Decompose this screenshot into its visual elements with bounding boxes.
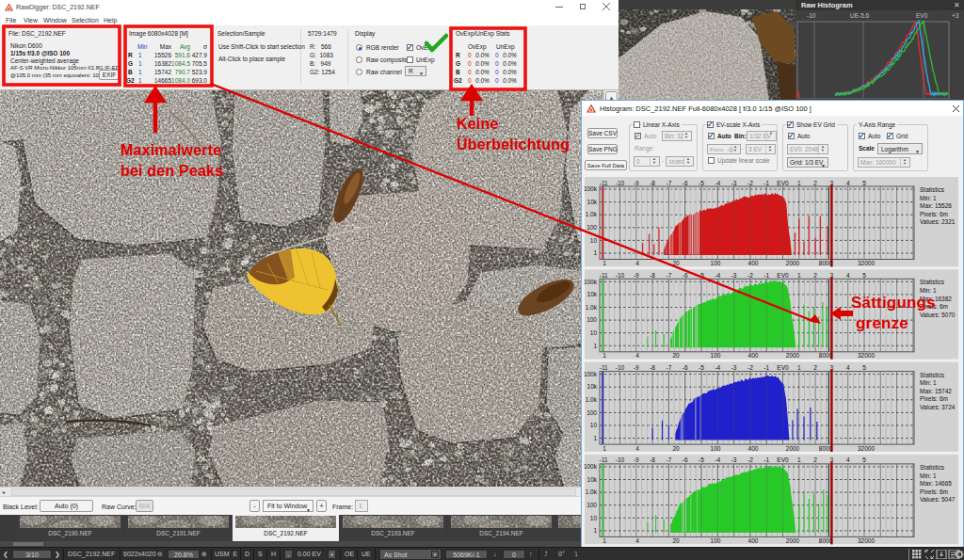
- svg-text:2: 2: [813, 456, 817, 463]
- svg-text:-9: -9: [634, 272, 639, 279]
- svg-text:32000: 32000: [858, 537, 875, 544]
- svg-text:-8: -8: [650, 364, 655, 371]
- svg-text:-7: -7: [667, 272, 672, 279]
- svg-text:10: 10: [590, 329, 598, 336]
- svg-text:Min: 1: Min: 1: [920, 195, 937, 201]
- svg-text:-7: -7: [667, 180, 672, 186]
- svg-text:-7: -7: [667, 364, 672, 371]
- svg-text:2000: 2000: [786, 352, 800, 359]
- svg-text:Min: 1: Min: 1: [920, 379, 937, 386]
- svg-text:4: 4: [846, 272, 850, 279]
- svg-text:4: 4: [846, 364, 850, 371]
- svg-text:-6: -6: [683, 180, 688, 186]
- svg-text:100k: 100k: [584, 371, 598, 377]
- svg-text:-10: -10: [616, 456, 625, 463]
- svg-text:Values: 2321: Values: 2321: [920, 218, 956, 225]
- svg-text:Statistics: Statistics: [920, 279, 945, 285]
- svg-text:5: 5: [862, 364, 866, 371]
- svg-text:-11: -11: [600, 180, 608, 186]
- svg-text:100: 100: [711, 260, 721, 266]
- svg-text:2: 2: [813, 364, 817, 371]
- svg-text:-10: -10: [616, 364, 625, 371]
- svg-text:100: 100: [711, 537, 721, 544]
- svg-text:-11: -11: [600, 364, 608, 371]
- svg-text:2: 2: [813, 272, 817, 279]
- svg-text:8000: 8000: [819, 445, 833, 452]
- svg-text:Pixels: 6m: Pixels: 6m: [920, 211, 948, 217]
- svg-text:400: 400: [748, 352, 759, 359]
- svg-text:Statistics: Statistics: [920, 186, 945, 193]
- svg-text:-3: -3: [731, 272, 737, 279]
- svg-text:-9: -9: [634, 364, 639, 371]
- svg-text:-1: -1: [763, 364, 769, 371]
- svg-text:100k: 100k: [584, 463, 598, 470]
- svg-text:-9: -9: [634, 456, 639, 463]
- svg-text:8000: 8000: [819, 352, 833, 359]
- svg-text:-6: -6: [683, 364, 688, 371]
- svg-text:-11: -11: [600, 272, 608, 279]
- svg-text:-1: -1: [763, 456, 769, 463]
- svg-text:-11: -11: [600, 456, 608, 463]
- svg-text:100k: 100k: [584, 279, 598, 285]
- svg-text:10k: 10k: [587, 199, 598, 205]
- svg-text:-2: -2: [747, 456, 753, 463]
- svg-text:400: 400: [748, 260, 759, 266]
- svg-text:Min: 1: Min: 1: [920, 472, 937, 479]
- svg-text:5: 5: [862, 272, 866, 279]
- svg-text:32000: 32000: [858, 260, 875, 266]
- svg-text:2: 2: [813, 180, 817, 186]
- svg-text:-8: -8: [650, 180, 655, 186]
- svg-text:100: 100: [586, 224, 597, 231]
- svg-text:-2: -2: [747, 180, 753, 186]
- svg-text:Pixels: 6m: Pixels: 6m: [920, 488, 948, 495]
- svg-text:-4: -4: [715, 456, 720, 463]
- svg-text:20: 20: [672, 260, 680, 266]
- svg-text:1: 1: [602, 445, 606, 452]
- svg-text:20: 20: [672, 537, 680, 544]
- svg-text:-4: -4: [715, 180, 720, 186]
- svg-text:EV0: EV0: [777, 364, 789, 371]
- svg-text:5: 5: [862, 180, 866, 186]
- svg-text:-8: -8: [650, 456, 655, 463]
- svg-text:32000: 32000: [858, 352, 875, 359]
- svg-text:-6: -6: [683, 272, 688, 279]
- svg-text:Statistics: Statistics: [920, 464, 945, 471]
- svg-text:1: 1: [797, 364, 801, 371]
- svg-text:20: 20: [672, 445, 680, 452]
- svg-text:10: 10: [590, 515, 598, 521]
- svg-text:-10: -10: [616, 272, 625, 279]
- svg-text:32000: 32000: [858, 445, 875, 452]
- svg-text:1: 1: [593, 343, 597, 349]
- svg-text:8000: 8000: [819, 260, 833, 266]
- svg-text:-2: -2: [747, 272, 753, 279]
- svg-text:Statistics: Statistics: [920, 372, 945, 378]
- svg-text:-5: -5: [699, 364, 704, 371]
- svg-text:2000: 2000: [786, 537, 800, 544]
- svg-text:-3: -3: [731, 180, 737, 186]
- svg-text:Values: 5047: Values: 5047: [920, 496, 956, 503]
- svg-text:1: 1: [602, 352, 606, 359]
- svg-text:10k: 10k: [587, 291, 598, 297]
- svg-text:1: 1: [593, 249, 597, 256]
- svg-text:-1: -1: [763, 180, 769, 186]
- svg-text:100: 100: [586, 409, 597, 416]
- svg-text:4: 4: [635, 537, 639, 544]
- svg-text:4: 4: [846, 180, 850, 186]
- svg-text:100: 100: [711, 445, 721, 452]
- svg-text:1: 1: [593, 435, 597, 441]
- svg-text:1: 1: [593, 527, 597, 534]
- svg-text:Max: 14665: Max: 14665: [920, 480, 952, 487]
- svg-text:-5: -5: [699, 272, 704, 279]
- svg-text:4: 4: [635, 352, 639, 359]
- svg-text:5: 5: [862, 456, 866, 463]
- svg-text:2000: 2000: [786, 260, 800, 266]
- svg-text:8000: 8000: [819, 537, 833, 544]
- svg-text:100k: 100k: [584, 185, 598, 192]
- svg-text:1.0k: 1.0k: [586, 211, 598, 217]
- svg-text:-9: -9: [634, 180, 639, 186]
- svg-text:1: 1: [797, 456, 801, 463]
- svg-text:20: 20: [672, 352, 680, 359]
- svg-text:1: 1: [797, 180, 801, 186]
- svg-text:EV0: EV0: [777, 272, 789, 279]
- svg-text:4: 4: [635, 260, 639, 266]
